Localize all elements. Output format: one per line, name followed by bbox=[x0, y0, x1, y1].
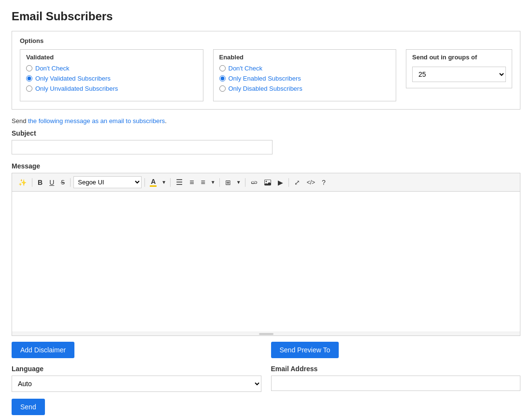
sep-1 bbox=[32, 178, 32, 187]
bottom-left: Add Disclaimer Language Auto English Fre… bbox=[12, 342, 261, 415]
validated-group-title: Validated bbox=[26, 54, 197, 61]
font-color-a: A bbox=[151, 178, 156, 185]
info-text: Send the following message as an email t… bbox=[12, 117, 520, 125]
info-suffix: . bbox=[165, 117, 167, 125]
send-out-title: Send out in groups of bbox=[412, 54, 506, 61]
sep-2 bbox=[70, 178, 71, 187]
enabled-only-disabled-option[interactable]: Only Disabled Subscribers bbox=[219, 85, 390, 92]
send-preview-button[interactable]: Send Preview To bbox=[271, 342, 339, 358]
validated-dont-check-option[interactable]: Don't Check bbox=[26, 65, 197, 72]
editor-toolbar: ✨ B U S̶ Segoe UI Arial Times New Roman … bbox=[12, 173, 520, 192]
message-editor[interactable] bbox=[12, 192, 520, 332]
language-label: Language bbox=[12, 365, 261, 373]
validated-dont-check-radio[interactable] bbox=[26, 65, 32, 71]
email-address-input[interactable] bbox=[271, 376, 521, 391]
code-button[interactable]: </> bbox=[304, 178, 317, 187]
add-disclaimer-button[interactable]: Add Disclaimer bbox=[12, 342, 74, 358]
font-color-dropdown-btn[interactable]: ▼ bbox=[160, 179, 167, 186]
enabled-only-enabled-option[interactable]: Only Enabled Subscribers bbox=[219, 75, 390, 82]
enabled-group-title: Enabled bbox=[219, 54, 390, 61]
enabled-dont-check-label: Don't Check bbox=[229, 65, 262, 72]
bottom-row: Add Disclaimer Language Auto English Fre… bbox=[12, 342, 520, 415]
options-title: Options bbox=[20, 37, 512, 44]
email-address-label: Email Address bbox=[271, 365, 521, 373]
enabled-dont-check-option[interactable]: Don't Check bbox=[219, 65, 390, 72]
help-button[interactable]: ? bbox=[319, 177, 328, 188]
table-dropdown-btn[interactable]: ▼ bbox=[235, 179, 242, 186]
validated-group: Validated Don't Check Only Validated Sub… bbox=[20, 49, 203, 101]
validated-only-validated-label: Only Validated Subscribers bbox=[35, 75, 111, 82]
sep-6 bbox=[245, 178, 245, 187]
sep-5 bbox=[219, 178, 220, 187]
resize-bar bbox=[259, 333, 273, 335]
enabled-only-enabled-radio[interactable] bbox=[219, 75, 226, 82]
send-button[interactable]: Send bbox=[12, 399, 45, 415]
enabled-dont-check-radio[interactable] bbox=[219, 65, 226, 71]
underline-button[interactable]: U bbox=[47, 177, 57, 188]
align-button[interactable]: ≡ bbox=[199, 177, 208, 188]
options-row: Validated Don't Check Only Validated Sub… bbox=[20, 49, 512, 101]
enabled-only-disabled-label: Only Disabled Subscribers bbox=[229, 85, 302, 92]
validated-only-validated-option[interactable]: Only Validated Subscribers bbox=[26, 75, 197, 82]
fullscreen-button[interactable]: ⤢ bbox=[292, 177, 302, 188]
sep-4 bbox=[170, 178, 171, 187]
font-color-bar bbox=[150, 185, 157, 187]
ordered-list-button[interactable]: ≡ bbox=[187, 177, 196, 188]
image-button[interactable] bbox=[262, 178, 273, 187]
info-link[interactable]: the following message as an email to sub… bbox=[28, 117, 165, 125]
send-preview-row: Send Preview To bbox=[271, 342, 521, 358]
send-btn-row: Send bbox=[12, 399, 261, 415]
link-button[interactable] bbox=[248, 178, 260, 187]
validated-only-unvalidated-label: Only Unvalidated Subscribers bbox=[35, 85, 118, 92]
options-box: Options Validated Don't Check Only Valid… bbox=[12, 31, 520, 110]
magic-button[interactable]: ✨ bbox=[16, 177, 29, 188]
language-select[interactable]: Auto English French German Spanish bbox=[12, 376, 261, 392]
page-title: Email Subscribers bbox=[12, 10, 520, 23]
validated-only-validated-radio[interactable] bbox=[26, 75, 32, 82]
validated-dont-check-label: Don't Check bbox=[35, 65, 69, 72]
video-button[interactable]: ▶ bbox=[275, 177, 286, 188]
editor-resize-handle[interactable] bbox=[12, 332, 520, 335]
enabled-only-disabled-radio[interactable] bbox=[219, 85, 226, 92]
enabled-group: Enabled Don't Check Only Enabled Subscri… bbox=[213, 49, 397, 101]
sep-3 bbox=[144, 178, 145, 187]
image-icon bbox=[264, 179, 271, 186]
info-prefix: Send bbox=[12, 117, 28, 125]
validated-only-unvalidated-radio[interactable] bbox=[26, 85, 32, 92]
bottom-right: Send Preview To Email Address bbox=[271, 342, 521, 391]
align-dropdown-btn[interactable]: ▼ bbox=[210, 179, 216, 186]
link-icon bbox=[251, 179, 258, 186]
font-name-dropdown: Segoe UI Arial Times New Roman bbox=[73, 176, 142, 188]
subject-label: Subject bbox=[12, 129, 520, 137]
editor-container: ✨ B U S̶ Segoe UI Arial Times New Roman … bbox=[12, 173, 520, 336]
subject-input[interactable] bbox=[12, 140, 273, 154]
validated-only-unvalidated-option[interactable]: Only Unvalidated Subscribers bbox=[26, 85, 197, 92]
bold-button[interactable]: B bbox=[35, 177, 45, 188]
font-select[interactable]: Segoe UI Arial Times New Roman bbox=[73, 176, 142, 188]
sep-7 bbox=[288, 178, 289, 187]
font-color-button[interactable]: A bbox=[148, 177, 158, 188]
send-out-group: Send out in groups of 25 50 100 200 bbox=[406, 49, 512, 88]
disclaimer-row: Add Disclaimer bbox=[12, 342, 261, 358]
strikethrough-button[interactable]: S̶ bbox=[58, 177, 67, 187]
unordered-list-button[interactable]: ☰ bbox=[173, 176, 185, 188]
enabled-only-enabled-label: Only Enabled Subscribers bbox=[229, 75, 301, 82]
table-button[interactable]: ⊞ bbox=[223, 177, 233, 188]
send-out-select[interactable]: 25 50 100 200 bbox=[412, 67, 506, 82]
message-label: Message bbox=[12, 162, 520, 170]
